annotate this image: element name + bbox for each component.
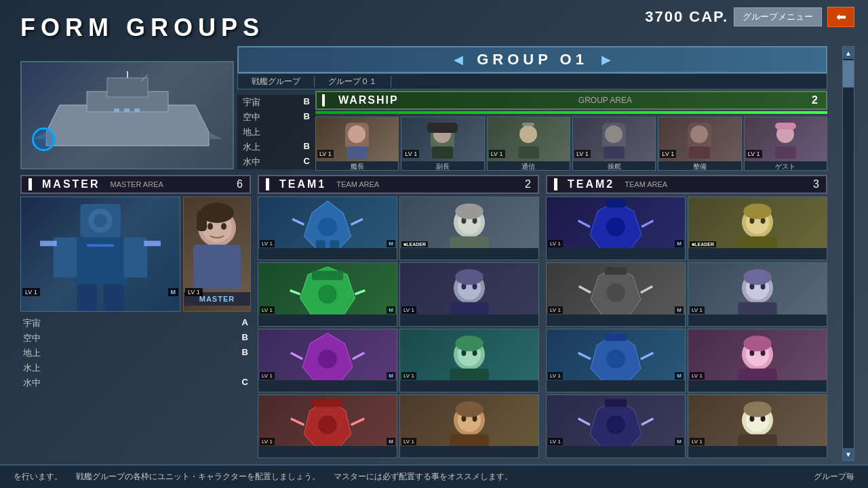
svg-rect-21 [602,123,626,150]
team2-cell4-bottom [688,314,827,326]
warship-sub: GROUP AREA [407,96,804,105]
crew-lv-seibi: LV 1 [660,150,676,158]
crew-label-fukuchou: 副長 [401,161,484,171]
team2-cell7-lv: LV 1 [548,438,563,445]
team1-cell6-bottom [400,380,538,392]
svg-line-105 [579,287,591,293]
master-header-bar [28,178,32,190]
master-stat-sea: 水中 C [20,375,251,390]
terrain-label-space: 宇宙 [243,96,260,108]
crew-card-tsushin[interactable]: LV 1 通信 [487,117,570,171]
master-char-card[interactable]: LV 1 MASTER [183,197,251,312]
team2-cell6-lv: LV 1 [690,372,705,380]
team2-cell-2[interactable]: ■LEADER [688,197,827,260]
terrain-row-land: 地上 [237,125,315,140]
crew-lv-kanchou: LV 1 [317,150,334,158]
team2-cell-7[interactable]: LV 1 M [546,394,686,458]
svg-line-106 [641,287,652,293]
nav-next-arrow[interactable]: ▶ [601,52,611,67]
team2-cell3-lv: LV 1 [548,306,563,314]
crew-card-guest[interactable]: LV 1 ゲスト [744,117,827,171]
svg-point-134 [743,401,772,417]
svg-rect-39 [87,244,114,247]
team2-sub: TEAM AREA [625,180,667,188]
svg-point-101 [743,203,772,219]
scroll-up-arrow[interactable]: ▲ [843,47,854,59]
team2-cell-3[interactable]: LV 1 M [546,262,686,326]
team2-cell-1[interactable]: LV 1 M [546,197,686,260]
svg-line-128 [642,418,653,424]
team1-cell7-m: M [387,438,395,445]
master-stat-space: 宇宙 A [20,316,251,331]
status-text-3: マスターには必ず配置する事をオススメします。 [334,471,513,483]
team2-cell1-lv: LV 1 [548,240,563,247]
team1-cell3-m: M [387,306,395,314]
team1-cell-3[interactable]: LV 1 M [258,262,397,326]
team2-cell-6[interactable]: LV 1 [688,329,827,392]
team2-header: TEAM2 TEAM AREA 3 [546,175,827,194]
team1-cell1-lv: LV 1 [260,240,275,247]
svg-rect-93 [606,199,625,207]
scroll-down-arrow[interactable]: ▼ [843,448,854,460]
back-button[interactable]: ⬅ [827,7,854,27]
svg-rect-19 [518,146,539,159]
team1-cell-8[interactable]: LV 1 [399,394,539,458]
group-nav: ◀ GROUP O1 ▶ [237,46,827,73]
scrollbar[interactable]: ▲ ▼ [842,46,854,461]
team1-sub: TEAM AREA [336,180,379,188]
team1-cell-2[interactable]: ■LEADER [399,197,539,260]
team2-cell-4[interactable]: LV 1 [688,262,827,326]
team2-cell2-leader: ■LEADER [690,241,716,247]
svg-point-71 [318,349,337,368]
svg-line-84 [351,418,365,424]
team1-cell7-bottom [258,446,397,458]
svg-point-17 [519,125,537,143]
svg-rect-22 [604,146,625,159]
svg-point-58 [455,203,484,219]
terrain-row-water: 水上 B [237,140,315,155]
svg-point-43 [208,223,213,230]
scrollbar-thumb[interactable] [843,60,854,87]
terrain-val-water: B [304,141,310,153]
team1-cell-4[interactable]: LV 1 [399,262,539,326]
terrain-label-land: 地上 [243,126,260,138]
team1-cell-1[interactable]: LV 1 M [258,197,397,260]
breadcrumb: 戦艦グループ グループ０１ [237,73,827,89]
svg-point-69 [455,269,484,285]
crew-label-seibi: 整備 [658,161,741,171]
team2-cell-8[interactable]: LV 1 [688,394,827,458]
crew-card-souda[interactable]: LV 1 操舵 [572,117,656,171]
group-menu-button[interactable]: グループメニュー [734,7,822,26]
team1-cell-6[interactable]: LV 1 [399,329,539,392]
team2-cell1-m: M [675,240,684,247]
team2-panel: TEAM2 TEAM AREA 3 LV 1 M [546,175,827,461]
crew-label-tsushin: 通信 [488,161,570,171]
team1-cell-5[interactable]: LV 1 M [258,329,397,392]
master-header: MASTER MASTER AREA 6 [20,175,251,194]
team2-cell3-m: M [675,306,684,314]
svg-rect-16 [432,146,453,159]
master-mech-card[interactable]: LV 1 M [20,197,180,312]
warship-image [22,62,233,168]
crew-card-seibi[interactable]: LV 1 整備 [658,117,741,171]
crew-card-fukuchou[interactable]: LV 1 副長 [401,117,484,171]
terrain-row-space: 宇宙 B [237,95,315,110]
cap-display: 3700 CAP. グループメニュー ⬅ [645,7,854,27]
svg-point-103 [606,283,625,302]
team1-cell-7[interactable]: LV 1 M [258,394,397,458]
crew-lv-tsushin: LV 1 [489,150,505,158]
crew-card-kanchou[interactable]: LV 1 艦長 [315,117,399,171]
crew-label-guest: ゲスト [745,161,827,171]
nav-prev-arrow[interactable]: ◀ [454,52,463,67]
svg-point-79 [455,336,484,351]
svg-rect-18 [522,123,534,126]
warship-section-header: WARSHIP GROUP AREA 2 [315,91,827,110]
team2-cell3-bottom [547,314,685,326]
svg-rect-126 [605,399,627,407]
warship-label: WARSHIP [330,94,407,106]
team2-cell-5[interactable]: LV 1 M [546,329,686,392]
terrain-row-sea: 水中 C [237,155,315,169]
team1-header-bar [266,178,269,190]
master-stat-air: 空中 B [20,331,251,346]
team1-grid: LV 1 M ■LEADER [258,197,539,458]
